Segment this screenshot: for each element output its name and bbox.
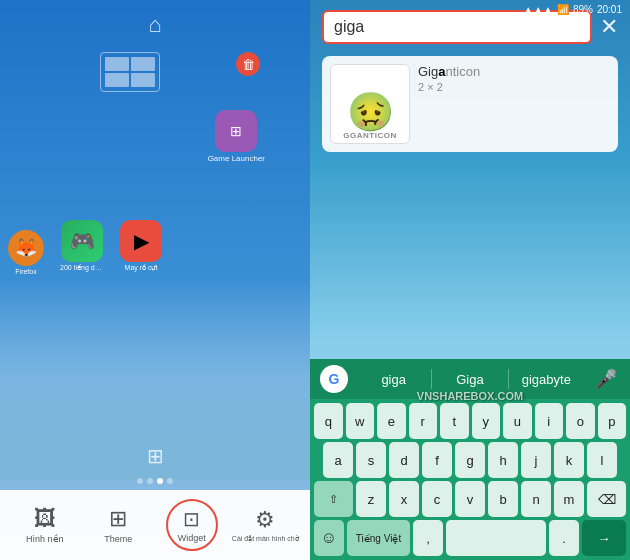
firefox-label: Firefox	[8, 268, 44, 275]
key-u[interactable]: u	[503, 403, 532, 439]
wifi-icon: 📶	[557, 4, 569, 15]
key-a[interactable]: a	[323, 442, 353, 478]
delete-icon[interactable]: 🗑	[236, 52, 260, 76]
result-card[interactable]: 🤢 GGANTICON Giganticon 2 × 2	[322, 56, 618, 152]
dot-3	[157, 478, 163, 484]
dot-indicators	[137, 478, 173, 484]
key-o[interactable]: o	[566, 403, 595, 439]
suggestion-Giga[interactable]: Giga	[432, 372, 507, 387]
result-name-after: nticon	[445, 64, 480, 79]
giganticon-image: 🤢 GGANTICON	[332, 66, 408, 142]
key-language[interactable]: Tiếng Việt	[347, 520, 410, 556]
grid-cell	[105, 73, 129, 87]
key-h[interactable]: h	[488, 442, 518, 478]
key-y[interactable]: y	[472, 403, 501, 439]
key-c[interactable]: c	[422, 481, 452, 517]
key-j[interactable]: j	[521, 442, 551, 478]
dot-2	[147, 478, 153, 484]
settings-icon: ⚙	[255, 507, 275, 533]
key-row-3: ⇧ z x c v b n m ⌫	[314, 481, 626, 517]
search-results: 🤢 GGANTICON Giganticon 2 × 2	[310, 50, 630, 158]
key-q[interactable]: q	[314, 403, 343, 439]
mic-button[interactable]: 🎤	[592, 365, 620, 393]
suggestion-gigabyte[interactable]: gigabyte	[509, 372, 584, 387]
result-info: Giganticon 2 × 2	[418, 64, 610, 93]
result-name-normal-before: Gig	[418, 64, 438, 79]
giganticon-text-label: GGANTICON	[343, 131, 396, 140]
key-enter[interactable]: →	[582, 520, 626, 556]
status-bar: ▲▲▲ 📶 89% 20:01	[515, 0, 630, 19]
app-icon-play: ▶ May rồ cựt	[120, 220, 162, 272]
grid-cell	[131, 73, 155, 87]
app-icons-row: 🎮 200 tiếng day lại... ▶ May rồ cựt	[60, 220, 162, 272]
right-panel: ▲▲▲ 📶 89% 20:01 ✕ 🤢 GGANTICON Giganticon…	[310, 0, 630, 560]
key-w[interactable]: w	[346, 403, 375, 439]
result-size: 2 × 2	[418, 81, 610, 93]
dot-4	[167, 478, 173, 484]
key-x[interactable]: x	[389, 481, 419, 517]
widget-label: Widget	[178, 533, 206, 543]
grid-cell	[131, 57, 155, 71]
key-period[interactable]: .	[549, 520, 579, 556]
app-icon-game: 🎮 200 tiếng day lại...	[60, 220, 104, 272]
theme-label: Theme	[104, 534, 132, 544]
theme-icon: ⊞	[109, 506, 127, 532]
key-emoji[interactable]: ☺	[314, 520, 344, 556]
key-row-4: ☺ Tiếng Việt , . →	[314, 520, 626, 556]
key-g[interactable]: g	[455, 442, 485, 478]
key-f[interactable]: f	[422, 442, 452, 478]
key-row-1: q w e r t y u i o p	[314, 403, 626, 439]
key-shift[interactable]: ⇧	[314, 481, 353, 517]
key-comma[interactable]: ,	[413, 520, 443, 556]
nav-item-theme[interactable]: ⊞ Theme	[82, 506, 156, 544]
key-m[interactable]: m	[554, 481, 584, 517]
screen-widget-grid	[100, 52, 160, 92]
keyboard-rows: q w e r t y u i o p a s d f g h j k	[310, 399, 630, 560]
key-z[interactable]: z	[356, 481, 386, 517]
key-e[interactable]: e	[377, 403, 406, 439]
monster-emoji: 🤢	[347, 93, 394, 131]
launcher-icon-box: ⊞	[215, 110, 257, 152]
grid-cell	[105, 57, 129, 71]
nav-item-widget[interactable]: ⊡ Widget	[155, 499, 229, 551]
key-d[interactable]: d	[389, 442, 419, 478]
signal-icon: ▲▲▲	[523, 4, 553, 15]
key-v[interactable]: v	[455, 481, 485, 517]
key-s[interactable]: s	[356, 442, 386, 478]
key-t[interactable]: t	[440, 403, 469, 439]
key-l[interactable]: l	[587, 442, 617, 478]
clock: 20:01	[597, 4, 622, 15]
dot-1	[137, 478, 143, 484]
key-p[interactable]: p	[598, 403, 627, 439]
widget-circle: ⊡ Widget	[166, 499, 218, 551]
suggestion-giga[interactable]: giga	[356, 372, 431, 387]
settings-label: Cài đặt màn hình chờ	[232, 535, 299, 543]
watermark: VNSHAREBOX.COM	[417, 390, 523, 402]
key-backspace[interactable]: ⌫	[587, 481, 626, 517]
key-i[interactable]: i	[535, 403, 564, 439]
result-thumbnail: 🤢 GGANTICON	[330, 64, 410, 144]
key-r[interactable]: r	[409, 403, 438, 439]
key-n[interactable]: n	[521, 481, 551, 517]
key-b[interactable]: b	[488, 481, 518, 517]
game-label: 200 tiếng day lại...	[60, 264, 104, 272]
nav-item-wallpaper[interactable]: 🖼 Hình nền	[8, 506, 82, 544]
key-row-2: a s d f g h j k l	[314, 442, 626, 478]
firefox-icon-circle: 🦊	[8, 230, 44, 266]
bottom-nav: 🖼 Hình nền ⊞ Theme ⊡ Widget ⚙ Cài đặt mà…	[0, 490, 310, 560]
game-icon: 🎮	[61, 220, 103, 262]
nav-item-settings[interactable]: ⚙ Cài đặt màn hình chờ	[229, 507, 303, 543]
play-label: May rồ cựt	[120, 264, 162, 272]
wallpaper-label: Hình nền	[26, 534, 64, 544]
home-icon: ⌂	[148, 12, 161, 38]
wallpaper-icon: 🖼	[34, 506, 56, 532]
bottom-grid-icon: ⊞	[147, 444, 164, 468]
play-icon: ▶	[120, 220, 162, 262]
key-space[interactable]	[446, 520, 546, 556]
search-input[interactable]	[334, 18, 580, 36]
left-panel: ⌂ 🗑 ⊞ Game Launcher 🦊 Firefox 🎮 200 tiến…	[0, 0, 310, 560]
firefox-icon: 🦊 Firefox	[8, 230, 44, 275]
launcher-label: Game Launcher	[208, 154, 265, 163]
key-k[interactable]: k	[554, 442, 584, 478]
app-launcher-icon: ⊞ Game Launcher	[208, 110, 265, 163]
